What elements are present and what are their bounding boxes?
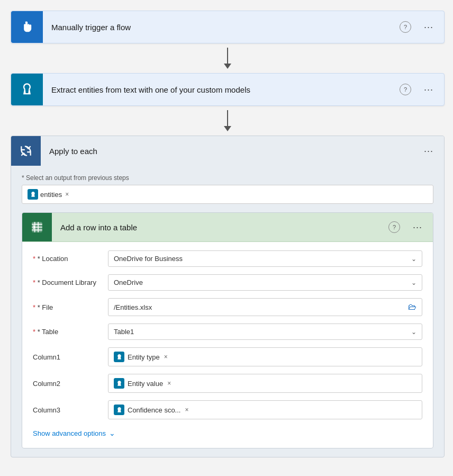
chevron-down-icon: ⌄ <box>109 429 115 437</box>
arrow-2 <box>224 106 231 136</box>
trigger-title: Manually trigger a flow <box>43 23 397 32</box>
column1-row: Column1 Entity type × <box>33 347 422 366</box>
tag-entity-icon <box>28 189 38 200</box>
add-row-card: Add a row into a table ? ··· * * Locatio… <box>22 212 433 448</box>
apply-each-body: * Select an output from previous steps e… <box>11 166 444 457</box>
column1-brain-icon <box>116 354 123 361</box>
entities-tag-text: entities <box>40 191 62 199</box>
column3-input[interactable]: Confidence sco... × <box>108 400 422 419</box>
column1-tag-text: Entity type <box>128 353 160 361</box>
table-dropdown[interactable]: Table1 ⌄ <box>108 324 422 340</box>
column1-tag-icon <box>114 352 124 362</box>
file-value: /Entities.xlsx <box>114 303 152 311</box>
extract-actions: ? ··· <box>397 82 444 97</box>
arrow-line-2 <box>227 110 228 126</box>
file-input[interactable]: /Entities.xlsx 🗁 <box>108 298 422 316</box>
arrow-head-2 <box>224 126 231 131</box>
location-label: * * Location <box>33 255 102 263</box>
file-label: * * File <box>33 303 102 311</box>
trigger-icon-bg <box>11 11 43 43</box>
table-dropdown-arrow: ⌄ <box>411 328 416 336</box>
table-value: Table1 <box>114 328 134 336</box>
excel-icon-bg <box>22 213 52 241</box>
document-library-row: * * Document Library OneDrive ⌄ <box>33 274 422 291</box>
column2-tag-close[interactable]: × <box>167 380 171 387</box>
help-circle-icon-2: ? <box>400 84 411 95</box>
folder-icon: 🗁 <box>408 302 416 312</box>
excel-icon <box>30 220 44 234</box>
column2-label: Column2 <box>33 380 102 388</box>
arrow-line-1 <box>227 48 228 64</box>
arrow-1 <box>224 43 231 73</box>
apply-each-title: Apply to each <box>41 147 422 156</box>
extract-card: Extract entities from text with one of y… <box>11 73 445 106</box>
hand-icon <box>20 20 34 34</box>
trigger-actions: ? ··· <box>397 19 444 35</box>
apply-each-container: Apply to each ··· * Select an output fro… <box>11 136 445 457</box>
extract-more-button[interactable]: ··· <box>422 82 436 97</box>
arrow-head-1 <box>224 64 231 69</box>
column2-tag-text: Entity value <box>128 380 163 388</box>
location-dropdown[interactable]: OneDrive for Business ⌄ <box>108 250 422 267</box>
entities-tag: entities × <box>28 189 69 200</box>
column3-label: Column3 <box>33 406 102 414</box>
location-row: * * Location OneDrive for Business ⌄ <box>33 250 422 267</box>
column3-row: Column3 Confidence sco... × <box>33 400 422 419</box>
help-circle-icon: ? <box>400 21 411 33</box>
apply-each-actions: ··· <box>422 143 444 159</box>
show-advanced-button[interactable]: Show advanced options ⌄ <box>33 427 115 439</box>
column1-tag-close[interactable]: × <box>164 353 168 361</box>
document-library-label: * * Document Library <box>33 279 102 286</box>
select-output-label: * Select an output from previous steps <box>22 174 433 182</box>
brain-icon <box>20 82 34 97</box>
extract-icon-bg <box>11 74 43 105</box>
column2-row: Column2 Entity value × <box>33 374 422 393</box>
column3-brain-icon <box>116 407 123 414</box>
table-row: * * Table Table1 ⌄ <box>33 324 422 340</box>
trigger-help-button[interactable]: ? <box>397 19 413 35</box>
entities-tag-close[interactable]: × <box>65 191 69 198</box>
column3-tag-text: Confidence sco... <box>128 406 180 414</box>
tag-brain-icon <box>30 191 37 198</box>
add-row-more-button[interactable]: ··· <box>411 220 424 235</box>
extract-title: Extract entities from text with one of y… <box>43 85 397 94</box>
help-circle-icon-3: ? <box>388 221 400 233</box>
document-library-dropdown[interactable]: OneDrive ⌄ <box>108 274 422 291</box>
apply-each-header: Apply to each ··· <box>11 136 444 166</box>
location-dropdown-arrow: ⌄ <box>411 255 416 263</box>
add-row-header: Add a row into a table ? ··· <box>22 213 433 242</box>
loop-icon <box>19 144 33 158</box>
apply-each-more-button[interactable]: ··· <box>422 143 436 159</box>
document-library-value: OneDrive <box>114 279 143 286</box>
column3-tag-close[interactable]: × <box>185 406 188 414</box>
column2-input[interactable]: Entity value × <box>108 374 422 393</box>
doc-library-dropdown-arrow: ⌄ <box>411 279 416 286</box>
column1-label: Column1 <box>33 353 102 361</box>
column2-brain-icon <box>116 380 123 387</box>
add-row-body: * * Location OneDrive for Business ⌄ * *… <box>22 242 433 448</box>
column1-input[interactable]: Entity type × <box>108 347 422 366</box>
select-output-input[interactable]: entities × <box>22 185 433 204</box>
show-advanced-label: Show advanced options <box>33 429 106 437</box>
add-row-actions: ? ··· <box>386 219 433 235</box>
apply-each-icon-bg <box>11 136 41 166</box>
trigger-more-button[interactable]: ··· <box>422 20 436 35</box>
column3-tag-icon <box>114 405 124 415</box>
location-value: OneDrive for Business <box>114 255 183 263</box>
trigger-card: Manually trigger a flow ? ··· <box>11 11 445 43</box>
file-row: * * File /Entities.xlsx 🗁 <box>33 298 422 316</box>
add-row-title: Add a row into a table <box>52 223 386 232</box>
add-row-help-button[interactable]: ? <box>386 219 402 235</box>
flow-container: Manually trigger a flow ? ··· Extract en… <box>11 11 445 457</box>
extract-help-button[interactable]: ? <box>397 82 413 97</box>
column2-tag-icon <box>114 378 124 389</box>
table-label: * * Table <box>33 328 102 336</box>
